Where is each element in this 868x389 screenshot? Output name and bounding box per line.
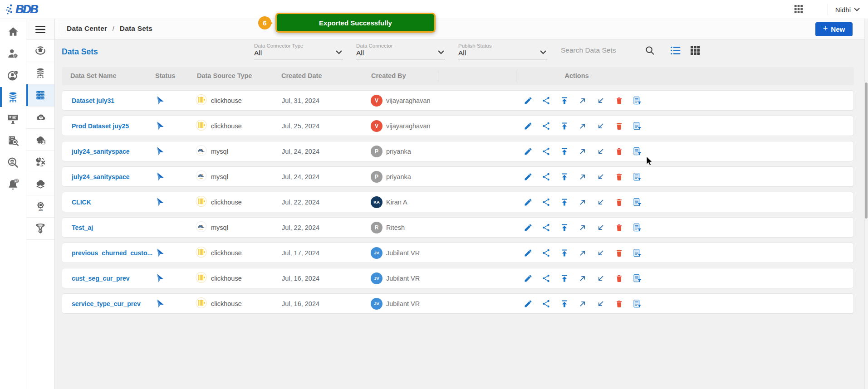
delete-icon[interactable] — [613, 272, 625, 284]
data-connector-type-select[interactable]: Data Connector Type All — [254, 43, 343, 59]
filter-copy-icon[interactable] — [631, 120, 643, 132]
delete-icon[interactable] — [613, 298, 625, 310]
dataset-name-link[interactable]: Dataset july31 — [72, 97, 114, 104]
share-icon[interactable] — [540, 120, 552, 132]
dataset-name-link[interactable]: Prod Dataset juy25 — [72, 122, 129, 130]
publish-icon[interactable] — [559, 247, 570, 259]
share-icon[interactable] — [540, 247, 552, 259]
table-row[interactable]: Test_aj mysql Jul, 22, 2024 R Ritesh — [62, 217, 854, 238]
edit-icon[interactable] — [522, 95, 534, 107]
table-row[interactable]: cust_seg_cur_prev clickhouse Jul, 16, 20… — [62, 268, 854, 288]
sidebar-item-notifications[interactable]: 27 — [0, 173, 26, 195]
apps-grid-icon[interactable] — [794, 5, 803, 15]
sidebar-item-data-store[interactable] — [26, 40, 54, 62]
share-icon[interactable] — [540, 146, 552, 157]
import-icon[interactable] — [595, 222, 607, 233]
dataset-name-link[interactable]: CLICK — [72, 199, 91, 206]
grid-view-icon[interactable] — [690, 45, 700, 57]
edit-icon[interactable] — [522, 222, 534, 233]
sidebar-item-data-sandbox[interactable] — [26, 173, 54, 195]
dataset-name-link[interactable]: service_type_cur_prev — [72, 300, 141, 307]
sidebar-toggle-button[interactable] — [26, 19, 54, 40]
publish-icon[interactable] — [559, 95, 570, 107]
export-icon[interactable] — [577, 272, 588, 284]
import-icon[interactable] — [595, 146, 607, 157]
sidebar-item-data-search[interactable] — [0, 151, 26, 173]
delete-icon[interactable] — [613, 247, 625, 259]
filter-copy-icon[interactable] — [631, 222, 643, 233]
sidebar-item-data-filter[interactable] — [26, 218, 54, 240]
table-row[interactable]: Prod Dataset juy25 clickhouse Jul, 25, 2… — [62, 116, 854, 136]
import-icon[interactable] — [595, 272, 607, 284]
edit-icon[interactable] — [522, 146, 534, 157]
export-icon[interactable] — [577, 247, 588, 259]
export-icon[interactable] — [577, 120, 588, 132]
publish-status-select[interactable]: Publish Status All — [458, 43, 547, 59]
scrollbar-thumb[interactable] — [865, 83, 868, 219]
dataset-name-link[interactable]: previous_churned_custo... — [72, 249, 152, 257]
dataset-name-link[interactable]: july24_sanityspace — [72, 173, 130, 180]
export-icon[interactable] — [577, 196, 588, 208]
breadcrumb-data-center[interactable]: Data Center — [67, 24, 107, 32]
sidebar-item-data-catalog[interactable] — [0, 130, 26, 151]
edit-icon[interactable] — [522, 247, 534, 259]
export-icon[interactable] — [577, 222, 588, 233]
filter-copy-icon[interactable] — [631, 298, 643, 310]
edit-icon[interactable] — [522, 272, 534, 284]
dataset-name-link[interactable]: cust_seg_cur_prev — [72, 275, 130, 282]
share-icon[interactable] — [540, 272, 552, 284]
publish-icon[interactable] — [559, 196, 570, 208]
import-icon[interactable] — [595, 196, 607, 208]
sidebar-item-data-privacy[interactable] — [0, 64, 26, 86]
delete-icon[interactable] — [613, 146, 625, 157]
sidebar-item-home[interactable] — [0, 21, 26, 43]
share-icon[interactable] — [540, 222, 552, 233]
publish-icon[interactable] — [559, 222, 570, 233]
import-icon[interactable] — [595, 95, 607, 107]
filter-copy-icon[interactable] — [631, 95, 643, 107]
sidebar-item-data-as-api[interactable] — [26, 129, 54, 151]
search-input[interactable] — [561, 46, 642, 54]
breadcrumb[interactable]: Data Center / Data Sets — [67, 24, 152, 33]
import-icon[interactable] — [595, 247, 607, 259]
import-icon[interactable] — [595, 120, 607, 132]
export-icon[interactable] — [577, 95, 588, 107]
table-row[interactable]: CLICK clickhouse Jul, 22, 2024 KA Kiran … — [62, 192, 854, 212]
table-row[interactable]: july24_sanityspace mysql Jul, 24, 2024 P… — [62, 166, 854, 187]
filter-copy-icon[interactable] — [631, 272, 643, 284]
sidebar-item-user-administration[interactable] — [0, 43, 26, 64]
share-icon[interactable] — [540, 95, 552, 107]
help-icon[interactable]: ? — [810, 5, 820, 15]
sidebar-item-cloud-data[interactable] — [26, 107, 54, 129]
delete-icon[interactable] — [613, 120, 625, 132]
table-row[interactable]: Dataset july31 clickhouse Jul, 31, 2024 … — [62, 90, 854, 111]
publish-icon[interactable] — [559, 298, 570, 310]
table-row[interactable]: previous_churned_custo... clickhouse Jul… — [62, 243, 854, 263]
share-icon[interactable] — [540, 298, 552, 310]
sidebar-item-api-services[interactable]: API — [26, 195, 54, 218]
data-connector-select[interactable]: Data Connector All — [356, 43, 445, 59]
filter-copy-icon[interactable] — [631, 247, 643, 259]
table-row[interactable]: july24_sanityspace mysql Jul, 24, 2024 P… — [62, 141, 854, 161]
vertical-scrollbar[interactable] — [864, 19, 868, 389]
filter-copy-icon[interactable] — [631, 146, 643, 157]
sidebar-item-data-center[interactable] — [0, 86, 26, 108]
publish-icon[interactable] — [559, 146, 570, 157]
share-icon[interactable] — [540, 196, 552, 208]
publish-icon[interactable] — [559, 120, 570, 132]
search-icon[interactable] — [645, 45, 655, 57]
import-icon[interactable] — [595, 171, 607, 183]
dataset-name-link[interactable]: july24_sanityspace — [72, 148, 130, 155]
sidebar-item-data-warehouse[interactable] — [26, 62, 54, 84]
list-view-icon[interactable] — [670, 46, 682, 57]
publish-icon[interactable] — [559, 272, 570, 284]
dataset-name-link[interactable]: Test_aj — [72, 224, 93, 231]
publish-icon[interactable] — [559, 171, 570, 183]
bdb-logo[interactable]: BDB — [5, 3, 37, 16]
edit-icon[interactable] — [522, 298, 534, 310]
edit-icon[interactable] — [522, 120, 534, 132]
delete-icon[interactable] — [613, 222, 625, 233]
edit-icon[interactable] — [522, 196, 534, 208]
sidebar-item-data-sets[interactable] — [26, 84, 54, 107]
edit-icon[interactable] — [522, 171, 534, 183]
